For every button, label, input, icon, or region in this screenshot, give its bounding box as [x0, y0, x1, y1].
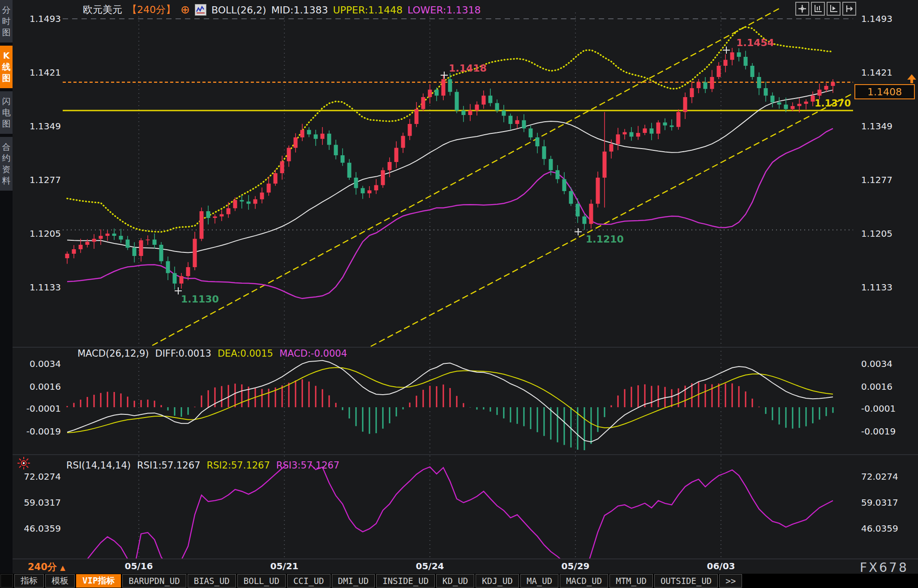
svg-text:1.1454: 1.1454: [736, 37, 774, 48]
footer-period[interactable]: 240分 ▲: [28, 561, 65, 573]
period-label[interactable]: 【240分】: [127, 3, 176, 17]
tab-OUTSIDE_UD[interactable]: OUTSIDE_UD: [654, 574, 718, 588]
svg-text:59.0317: 59.0317: [861, 497, 898, 508]
scroll-latest-arrow-icon[interactable]: [907, 74, 916, 80]
watermark: FX678: [860, 560, 909, 575]
scroll-latest-arrow-stem: [910, 80, 913, 83]
move-icon[interactable]: [795, 2, 809, 16]
svg-text:-0.0001: -0.0001: [861, 403, 896, 414]
tab-INSIDE_UD[interactable]: INSIDE_UD: [376, 574, 435, 588]
date-tick: 06/03: [707, 561, 735, 571]
svg-text:1.1493: 1.1493: [861, 13, 892, 24]
axes-play-icon[interactable]: [827, 2, 841, 16]
add-overlay-icon[interactable]: ⊕: [180, 5, 190, 15]
tab-CCI_UD[interactable]: CCI_UD: [287, 574, 330, 588]
sidebar-item-1[interactable]: K线图: [0, 46, 13, 88]
svg-text:1.1421: 1.1421: [30, 67, 61, 78]
pan-right-icon[interactable]: [842, 2, 856, 16]
boll-label: BOLL(26,2): [211, 4, 266, 16]
tab-MACD_UD[interactable]: MACD_UD: [560, 574, 608, 588]
symbol-title: 欧元美元: [83, 3, 122, 17]
svg-text:0.0034: 0.0034: [30, 358, 61, 369]
tab-BARUPDN_UD[interactable]: BARUPDN_UD: [122, 574, 186, 588]
tab-DMI_UD[interactable]: DMI_UD: [332, 574, 375, 588]
sidebar-item-3[interactable]: 合约资料: [0, 137, 13, 191]
last-price-box: 1.1408: [854, 84, 915, 99]
date-tick: 05/29: [562, 561, 590, 571]
svg-text:-0.0019: -0.0019: [26, 426, 61, 437]
macd-diff-value: DIFF:0.0013: [155, 348, 211, 359]
macd-header: MACD(26,12,9) DIFF:0.0013 DEA:0.0015 MAC…: [77, 348, 347, 359]
svg-text:-0.0001: -0.0001: [26, 403, 61, 414]
svg-text:0.0016: 0.0016: [30, 381, 61, 392]
tabbar-stub: [0, 574, 13, 588]
svg-text:1.1349: 1.1349: [861, 121, 892, 132]
fx-chart-app: { "header": { "symbol": "欧元美元", "period"…: [0, 0, 918, 588]
svg-text:1.1418: 1.1418: [449, 63, 487, 74]
main-chart-header: 欧元美元 【240分】 ⊕ BOLL(26,2) MID:1.1383 UPPE…: [83, 3, 480, 17]
tab-KDJ_UD[interactable]: KDJ_UD: [476, 574, 519, 588]
rsi2-value: RSI2:57.1267: [206, 460, 270, 471]
tab-KD_UD[interactable]: KD_UD: [436, 574, 474, 588]
indicator-settings-icon[interactable]: [17, 456, 30, 472]
svg-text:1.1133: 1.1133: [861, 282, 892, 293]
sidebar-item-2[interactable]: 闪电图: [0, 91, 13, 134]
date-tick: 05/16: [125, 561, 153, 571]
svg-text:72.0274: 72.0274: [861, 471, 898, 482]
svg-text:1.1133: 1.1133: [30, 282, 61, 293]
svg-text:59.0317: 59.0317: [24, 497, 61, 508]
boll-lower-value: LOWER:1.1318: [408, 4, 480, 16]
svg-text:46.0359: 46.0359: [24, 523, 61, 534]
indicator-chart-icon[interactable]: [195, 4, 206, 16]
chart-canvas[interactable]: 1.13701.14181.14541.12101.11301.14931.14…: [0, 0, 918, 559]
tab-BOLL_UD[interactable]: BOLL_UD: [237, 574, 286, 588]
svg-text:1.1493: 1.1493: [30, 13, 61, 24]
sidebar-item-0[interactable]: 分时图: [0, 0, 13, 43]
indicator-tabbar: 指标模板VIP指标BARUPDN_UDBIAS_UDBOLL_UDCCI_UDD…: [0, 574, 918, 588]
date-tick: 05/24: [416, 561, 444, 571]
tab-MTM_UD[interactable]: MTM_UD: [609, 574, 653, 588]
tab-BIAS_UD[interactable]: BIAS_UD: [188, 574, 236, 588]
chart-toolbar: [795, 2, 856, 16]
tab-MA_UD[interactable]: MA_UD: [520, 574, 558, 588]
macd-title: MACD(26,12,9): [77, 348, 149, 359]
tab->>[interactable]: >>: [719, 574, 742, 588]
boll-upper-value: UPPER:1.1448: [333, 4, 403, 16]
macd-value: MACD:-0.0004: [279, 348, 347, 359]
svg-text:-0.0019: -0.0019: [861, 426, 896, 437]
svg-text:1.1421: 1.1421: [861, 67, 892, 78]
svg-text:1.1349: 1.1349: [30, 121, 61, 132]
rsi1-value: RSI1:57.1267: [137, 460, 200, 471]
svg-text:0.0016: 0.0016: [861, 381, 892, 392]
rsi-title: RSI(14,14,14): [66, 460, 131, 471]
rsi3-value: RSI3:57.1267: [276, 460, 339, 471]
chart-type-sidebar: 分时图K线图闪电图合约资料: [0, 0, 13, 574]
svg-text:46.0359: 46.0359: [861, 523, 898, 534]
svg-text:1.1205: 1.1205: [861, 228, 892, 239]
rsi-header: RSI(14,14,14) RSI1:57.1267 RSI2:57.1267 …: [66, 460, 339, 471]
svg-text:1.1210: 1.1210: [586, 234, 624, 245]
svg-text:1.1130: 1.1130: [181, 294, 219, 305]
svg-text:0.0034: 0.0034: [861, 358, 892, 369]
svg-text:1.1277: 1.1277: [861, 175, 892, 185]
svg-text:1.1277: 1.1277: [30, 175, 61, 185]
svg-text:1.1205: 1.1205: [30, 228, 61, 239]
svg-text:72.0274: 72.0274: [24, 471, 61, 482]
tab-VIP指标[interactable]: VIP指标: [76, 574, 121, 588]
tab-模板[interactable]: 模板: [45, 574, 75, 588]
svg-text:1.1370: 1.1370: [815, 98, 851, 109]
period-up-arrow-icon: ▲: [60, 564, 65, 572]
date-tick: 05/21: [270, 561, 299, 571]
boll-mid-value: MID:1.1383: [271, 4, 328, 16]
macd-dea-value: DEA:0.0015: [218, 348, 273, 359]
axes-bars-icon[interactable]: [811, 2, 825, 16]
tab-指标[interactable]: 指标: [14, 574, 44, 588]
